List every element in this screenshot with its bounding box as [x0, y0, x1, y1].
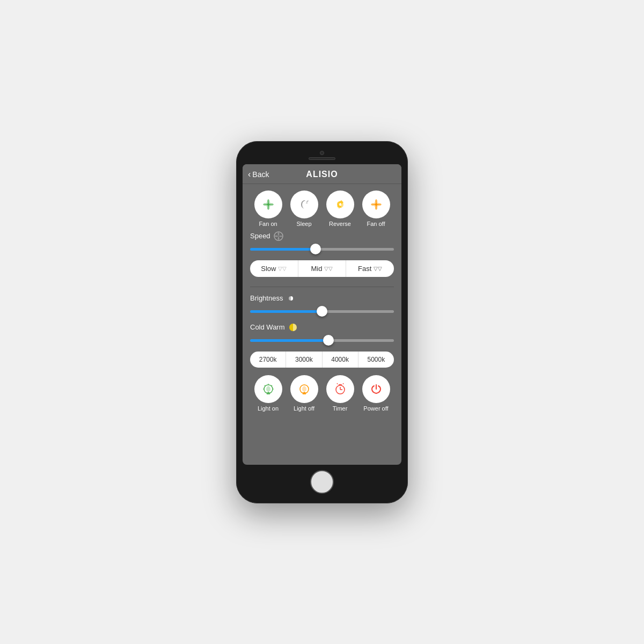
back-button[interactable]: ‹ Back: [248, 170, 269, 179]
page-title: ALISIO: [306, 170, 338, 179]
reverse-button[interactable]: Reverse: [326, 191, 354, 227]
phone-frame: ‹ Back ALISIO: [236, 141, 408, 503]
light-controls-row: Light on Light off: [250, 375, 394, 412]
back-label: Back: [252, 170, 269, 179]
timer-button[interactable]: Timer: [326, 375, 354, 412]
fan-off-button[interactable]: Fan off: [362, 191, 390, 227]
light-on-button[interactable]: Light on: [254, 375, 282, 412]
warmth-slider-container: [250, 334, 394, 346]
3000k-button[interactable]: 3000k: [286, 352, 322, 368]
speed-label-text: Speed: [250, 232, 270, 240]
timer-label: Timer: [333, 405, 348, 412]
mid-button[interactable]: Mid ▽▽: [298, 260, 347, 277]
fast-icon: ▽▽: [374, 266, 382, 272]
power-off-label: Power off: [363, 405, 388, 412]
power-off-icon-circle: [362, 375, 390, 403]
phone-bottom: [243, 470, 401, 494]
reverse-icon-circle: [326, 191, 354, 218]
sleep-icon: z z: [297, 197, 312, 212]
light-on-label: Light on: [258, 405, 279, 412]
sleep-icon-circle: z z: [290, 191, 318, 218]
fan-controls-row: Fan on z z Sleep: [250, 191, 394, 227]
fan-off-label: Fan off: [367, 221, 385, 227]
3000k-label: 3000k: [295, 356, 313, 363]
light-off-icon: [297, 382, 312, 397]
phone-screen: ‹ Back ALISIO: [243, 164, 401, 465]
speed-button-row: Slow ▽▽ Mid ▽▽ Fast ▽▽: [250, 260, 394, 277]
screen-header: ‹ Back ALISIO: [243, 164, 401, 184]
svg-line-29: [337, 383, 338, 384]
fan-on-icon-circle: [254, 191, 282, 218]
fan-on-button[interactable]: Fan on: [254, 191, 282, 227]
slow-icon: ▽▽: [278, 266, 287, 272]
color-temp-button-row: 2700k 3000k 4000k 5000k: [250, 352, 394, 368]
reverse-label: Reverse: [329, 221, 351, 227]
cold-warm-label-text: Cold Warm: [250, 323, 285, 331]
slow-label: Slow: [261, 265, 276, 273]
power-off-button[interactable]: Power off: [362, 375, 390, 412]
fan-off-icon: [369, 197, 384, 212]
light-on-icon: [261, 382, 276, 397]
fan-off-icon-circle: [362, 191, 390, 218]
svg-text:z: z: [307, 199, 309, 202]
power-off-icon: [369, 382, 384, 397]
speed-icon: [274, 231, 283, 241]
speed-slider-container: [250, 243, 394, 255]
phone-speaker: [309, 157, 335, 160]
fan-on-label: Fan on: [259, 221, 277, 227]
fast-label: Fast: [358, 265, 371, 273]
light-off-button[interactable]: Light off: [290, 375, 318, 412]
light-on-icon-circle: [254, 375, 282, 403]
warmth-slider[interactable]: [250, 339, 394, 342]
timer-icon-circle: [326, 375, 354, 403]
brightness-icon: [286, 294, 296, 303]
sleep-button[interactable]: z z Sleep: [290, 191, 318, 227]
back-chevron-icon: ‹: [248, 170, 251, 179]
light-off-icon-circle: [290, 375, 318, 403]
brightness-section-label: Brightness: [250, 294, 394, 303]
brightness-label-text: Brightness: [250, 294, 283, 302]
5000k-button[interactable]: 5000k: [358, 352, 394, 368]
5000k-label: 5000k: [368, 356, 385, 363]
light-off-label: Light off: [294, 405, 314, 412]
4000k-label: 4000k: [331, 356, 349, 363]
4000k-button[interactable]: 4000k: [323, 352, 358, 368]
brightness-slider-container: [250, 305, 394, 317]
home-button[interactable]: [310, 470, 334, 494]
brightness-slider[interactable]: [250, 310, 394, 313]
cold-warm-section-label: Cold Warm: [250, 323, 394, 332]
mid-icon: ▽▽: [324, 266, 333, 272]
speed-section-label: Speed: [250, 231, 394, 241]
svg-line-18: [265, 385, 266, 386]
phone-top: [243, 151, 401, 160]
phone-camera: [320, 151, 324, 155]
screen-content: Fan on z z Sleep: [243, 184, 401, 418]
cold-warm-icon: [288, 323, 298, 332]
sleep-label: Sleep: [296, 221, 311, 227]
fast-button[interactable]: Fast ▽▽: [346, 260, 394, 277]
reverse-icon: [333, 197, 348, 212]
2700k-button[interactable]: 2700k: [250, 352, 286, 368]
slow-button[interactable]: Slow ▽▽: [250, 260, 298, 277]
section-divider-1: [250, 287, 394, 287]
svg-line-30: [343, 383, 343, 384]
svg-line-19: [271, 385, 272, 386]
mid-label: Mid: [311, 265, 323, 273]
fan-on-icon: [261, 197, 276, 212]
2700k-label: 2700k: [259, 356, 277, 363]
timer-icon: [333, 382, 348, 397]
speed-slider[interactable]: [250, 248, 394, 251]
